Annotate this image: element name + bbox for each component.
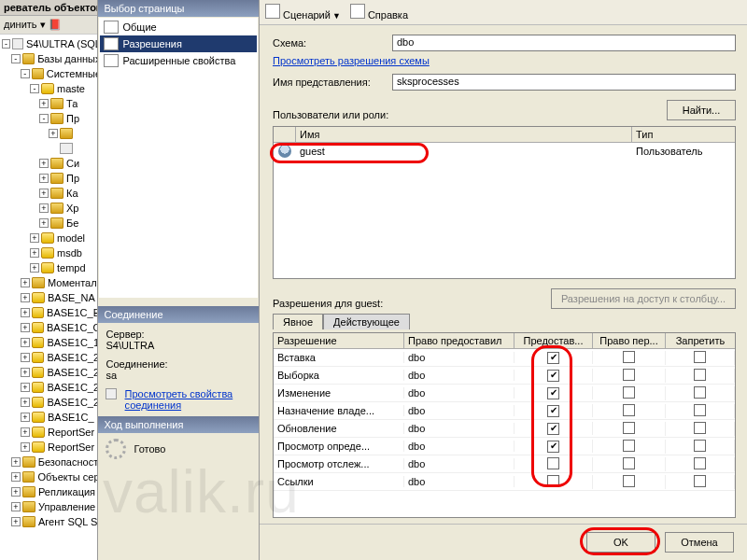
- page-selector-title: Выбор страницы: [98, 0, 259, 17]
- checkbox[interactable]: [694, 457, 706, 469]
- checkbox[interactable]: ✔: [547, 352, 559, 364]
- column-permissions-button[interactable]: Разрешения на доступ к столбцу...: [551, 288, 736, 309]
- connection-section: Сервер: S4\ULTRA Соединение: sa Просмотр…: [98, 323, 259, 416]
- checkbox[interactable]: [694, 440, 706, 452]
- checkbox[interactable]: [547, 475, 559, 487]
- tree-node[interactable]: -Базы данных: [2, 51, 97, 66]
- col-name[interactable]: Имя: [296, 127, 632, 142]
- tree-node[interactable]: +Та: [2, 96, 97, 111]
- page-item-permissions[interactable]: Разрешения: [100, 35, 257, 52]
- tree-node[interactable]: +tempd: [2, 260, 97, 275]
- tree-node[interactable]: +BASE1C_C: [2, 320, 97, 335]
- page-item-extended[interactable]: Расширенные свойства: [100, 52, 257, 69]
- tree-node[interactable]: +BASE1C_2: [2, 350, 97, 365]
- script-button[interactable]: Сценарий▼: [265, 4, 341, 21]
- cancel-button[interactable]: Отмена: [665, 532, 734, 553]
- checkbox[interactable]: [623, 386, 635, 399]
- help-icon: [350, 4, 365, 19]
- checkbox[interactable]: [623, 475, 635, 487]
- tree-node[interactable]: +Репликация: [2, 484, 97, 499]
- object-explorer-toolbar[interactable]: динить ▾ 📕: [0, 16, 97, 35]
- help-button[interactable]: Справка: [350, 4, 408, 21]
- checkbox[interactable]: [623, 404, 635, 416]
- tree-node[interactable]: +BASE1C_1: [2, 335, 97, 350]
- col-deny[interactable]: Запретить: [666, 333, 735, 348]
- tree-node[interactable]: -Пр: [2, 111, 97, 126]
- col-grantor[interactable]: Право предоставил: [404, 333, 514, 348]
- user-type: Пользователь: [632, 146, 735, 157]
- tree-node[interactable]: +Управление: [2, 499, 97, 514]
- permission-row[interactable]: Ссылкиdbo: [274, 473, 735, 491]
- page-icon: [104, 54, 119, 67]
- checkbox[interactable]: [694, 422, 706, 434]
- tree-node[interactable]: +BASE1C_2: [2, 365, 97, 380]
- checkbox[interactable]: [623, 440, 635, 452]
- checkbox[interactable]: [623, 422, 635, 434]
- col-type[interactable]: Тип: [632, 127, 735, 142]
- checkbox[interactable]: ✔: [547, 387, 559, 399]
- tree-node[interactable]: -Системные: [2, 66, 97, 81]
- checkbox[interactable]: [694, 351, 706, 363]
- tree-node[interactable]: +Бе: [2, 216, 97, 231]
- checkbox[interactable]: [694, 369, 706, 381]
- tree-node[interactable]: +Безопасност: [2, 455, 97, 469]
- permission-row[interactable]: Просмотр опреде...dbo✔: [274, 438, 735, 455]
- checkbox[interactable]: [694, 386, 706, 399]
- tree-node[interactable]: +BASE_NA: [2, 290, 97, 305]
- permission-row[interactable]: Изменениеdbo✔: [274, 385, 735, 402]
- tree-node[interactable]: +Объекты сер: [2, 469, 97, 484]
- checkbox[interactable]: ✔: [547, 370, 559, 382]
- tree-node[interactable]: +BASE1C_2: [2, 380, 97, 395]
- tree-node[interactable]: +model: [2, 231, 97, 245]
- permission-row[interactable]: Выборкаdbo✔: [274, 367, 735, 385]
- user-row[interactable]: guest Пользователь: [274, 143, 735, 160]
- permission-row[interactable]: Просмотр отслеж...dbo: [274, 455, 735, 473]
- checkbox[interactable]: ✔: [547, 441, 559, 453]
- view-schema-link[interactable]: Просмотреть разрешения схемы: [273, 55, 430, 66]
- tree-node[interactable]: +Пр: [2, 171, 97, 186]
- tree-node[interactable]: -maste: [2, 81, 97, 96]
- tree-node[interactable]: +Ка: [2, 186, 97, 201]
- ok-button[interactable]: OK: [586, 532, 655, 553]
- tree-node[interactable]: [2, 141, 97, 156]
- tree-node[interactable]: +BASE1C_2: [2, 395, 97, 410]
- col-with-grant[interactable]: Право пер...: [593, 333, 666, 348]
- tree-node[interactable]: +Си: [2, 156, 97, 171]
- checkbox[interactable]: [694, 475, 706, 487]
- tree-node[interactable]: +ReportSer: [2, 440, 97, 455]
- page-item-general[interactable]: Общие: [100, 19, 257, 35]
- tree-node[interactable]: +BASE1C_: [2, 410, 97, 425]
- tree-node[interactable]: +Агент SQL S: [2, 514, 97, 529]
- tree-node[interactable]: +msdb: [2, 245, 97, 260]
- tree-node[interactable]: +Хр: [2, 201, 97, 216]
- perm-name: Выборка: [274, 370, 404, 381]
- tree-node[interactable]: +BASE1C_E: [2, 305, 97, 320]
- col-blank[interactable]: [274, 127, 296, 142]
- find-button[interactable]: Найти...: [667, 100, 736, 120]
- server-value: S4\ULTRA: [106, 340, 251, 351]
- tree-node[interactable]: -S4\ULTRA (SQL S: [2, 36, 97, 51]
- perm-grantor: dbo: [404, 441, 514, 452]
- checkbox[interactable]: [547, 457, 559, 469]
- tree-node[interactable]: +ReportSer: [2, 425, 97, 440]
- checkbox[interactable]: ✔: [547, 423, 559, 435]
- tab-effective[interactable]: Действующее: [323, 314, 410, 329]
- checkbox[interactable]: [623, 351, 635, 363]
- tree-node[interactable]: +Моментал: [2, 275, 97, 290]
- view-connection-link[interactable]: Просмотреть свойства соединения: [125, 388, 251, 411]
- view-name-label: Имя представления:: [273, 77, 385, 88]
- view-name-field: sksprocesses: [392, 74, 736, 91]
- checkbox[interactable]: [694, 404, 706, 416]
- col-permission[interactable]: Разрешение: [274, 333, 404, 348]
- tab-explicit[interactable]: Явное: [273, 314, 323, 329]
- checkbox[interactable]: [623, 457, 635, 469]
- permissions-grid: Разрешение Право предоставил Предостав..…: [273, 332, 736, 518]
- tree-node[interactable]: +: [2, 126, 97, 141]
- col-grant[interactable]: Предостав...: [514, 333, 593, 348]
- checkbox[interactable]: ✔: [547, 405, 559, 417]
- checkbox[interactable]: [623, 369, 635, 381]
- permission-row[interactable]: Обновлениеdbo✔: [274, 420, 735, 438]
- permission-row[interactable]: Назначение владе...dbo✔: [274, 402, 735, 420]
- permission-row[interactable]: Вставкаdbo✔: [274, 349, 735, 367]
- connection-title: Соединение: [98, 306, 259, 323]
